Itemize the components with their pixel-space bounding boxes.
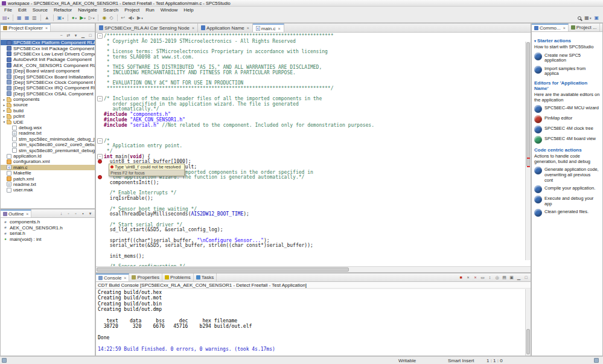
view-menu-icon[interactable]: ▾ (87, 210, 94, 217)
minimize-icon[interactable]: ▁ (515, 274, 522, 281)
tree-item-spc58ecxx-init-package-component-rla[interactable]: SPC58ECxx Init Package Component RLA (1, 45, 95, 51)
statusbar-right-icon[interactable] (594, 358, 599, 363)
new-wizard-icon[interactable]: ▤▾ (1, 14, 10, 22)
display-selected-console-icon[interactable]: ▤ (501, 274, 508, 281)
tab-outline[interactable]: Outline × (1, 209, 31, 217)
tree-item-dep-spc58ecxx-osal-component-rla[interactable]: [Dep] SPC58ECxx OSAL Component RLA (1, 91, 95, 97)
scroll-lock-icon[interactable]: ↕ (487, 274, 493, 281)
toggle-mark-occurrences-icon[interactable]: ◇ (108, 14, 114, 22)
remove-all-launches-icon[interactable]: × (472, 274, 479, 281)
save-all-icon[interactable]: ▦ (24, 14, 31, 22)
action-import-samples-from-applica[interactable]: Import samples from applica (534, 66, 600, 77)
hide-non-public-icon[interactable]: • (80, 210, 86, 217)
run-icon[interactable]: ▶▾ (78, 14, 87, 22)
menu-window[interactable]: Window (158, 7, 180, 13)
external-tools-icon[interactable]: ▷▾ (88, 14, 96, 22)
tree-item-autodevkit-init-package-component[interactable]: AutoDevKit Init Package Component (1, 57, 95, 62)
save-icon[interactable]: ▦ (16, 14, 23, 22)
tree-item-patch-xml[interactable]: patch.xml (1, 176, 95, 181)
print-icon[interactable]: ▥ (31, 14, 38, 22)
tree-item-configuration-xml[interactable]: configuration.xml (1, 159, 95, 164)
close-icon[interactable]: × (247, 26, 249, 30)
hide-fields-icon[interactable]: ◦ (65, 210, 72, 217)
tree-item-dep-spc58ecxx-clock-component-rla[interactable]: [Dep] SPC58ECxx Clock Component RLA (1, 80, 95, 85)
editor-tab-main-c[interactable]: main.c× (253, 24, 284, 32)
view-menu-icon[interactable]: ▾ (72, 32, 79, 39)
action-spc58ec-4m-board-view[interactable]: SPC58EC 4M board view (534, 136, 600, 144)
editor-vertical-scrollbar[interactable] (525, 42, 531, 260)
close-icon[interactable]: × (278, 27, 280, 31)
forward-icon[interactable]: ▶▾ (136, 14, 144, 22)
open-console-icon[interactable]: ▣ (508, 274, 515, 281)
menu-file[interactable]: File (1, 7, 15, 13)
action-generate-application-code-overwriting-all-previo[interactable]: Generate application code, overwriting a… (534, 167, 600, 183)
tree-item-dep-spc58ecxx-board-initialization-com[interactable]: [Dep] SPC58ECxx Board Initialization Com (1, 74, 95, 79)
tree-item-dep-board-wizard-component[interactable]: [Dep] Board wizard component (1, 68, 95, 74)
build-all-icon[interactable]: ▲ (43, 14, 51, 22)
tree-item-source[interactable]: ▸source (1, 102, 95, 107)
section-heading[interactable]: Editors for 'Application Name' (534, 80, 600, 91)
open-perspective-icon[interactable]: ▦▾ (583, 14, 592, 22)
close-icon[interactable]: × (26, 212, 28, 216)
tree-item-main-c[interactable]: main.c (1, 165, 95, 170)
menu-refactor[interactable]: Refactor (51, 7, 75, 13)
tree-item-readme-txt[interactable]: readme.txt (1, 130, 95, 136)
tree-item-components[interactable]: ▸components (1, 97, 95, 102)
tree-item-dep-spc58ecxx-irq-component-rla[interactable]: [Dep] SPC58ECxx IRQ Component RLA (1, 85, 95, 91)
menu-search[interactable]: Search (100, 7, 121, 13)
section-heading[interactable]: ▾Starter actions (534, 38, 600, 43)
tree-item-ude[interactable]: ▾UDE (1, 119, 95, 124)
error-marker-icon[interactable] (96, 159, 104, 164)
menu-source[interactable]: Source (30, 7, 51, 13)
action-spc58ec-4m-mcu-wizard[interactable]: SPC58EC-4M MCU wizard (534, 105, 600, 113)
action-clean-generated-files[interactable]: Clean generated files. (534, 209, 600, 217)
statusbar-left-icon[interactable] (2, 358, 7, 363)
tab-properties[interactable]: Properties (129, 273, 162, 281)
menu-run[interactable]: Run (142, 7, 158, 13)
menu-project[interactable]: Project (121, 7, 142, 13)
terminate-icon[interactable]: ■ (458, 274, 464, 281)
tree-item-build[interactable]: ▸build (1, 108, 95, 113)
code-editor[interactable]: /***************************************… (96, 33, 531, 266)
sort-icon[interactable]: ↓ (58, 210, 65, 217)
tree-item-user-mak[interactable]: user.mak (1, 187, 95, 193)
tab-project[interactable]: Project ... (569, 24, 600, 31)
fold-marker-icon[interactable] (96, 138, 104, 144)
quick-access-search-icon[interactable] (576, 14, 582, 22)
tree-item-spc58ecxx-low-level-drivers-component[interactable]: SPC58ECxx Low Level Drivers Component (1, 51, 95, 57)
tab-problems[interactable]: Problems (162, 273, 194, 281)
tree-item-makefile[interactable]: Makefile (1, 170, 95, 176)
fold-marker-icon[interactable] (96, 96, 104, 101)
menu-edit[interactable]: Edit (15, 7, 30, 13)
tab-commo[interactable]: Commo...× (532, 24, 569, 31)
scrollbar-thumb[interactable] (526, 329, 530, 354)
error-annotation-mark[interactable] (527, 158, 530, 159)
tree-item-debug-wsx[interactable]: debug.wsx (1, 125, 95, 130)
action-spc58ec-4m-clock-tree[interactable]: SPC58EC 4M clock tree (534, 126, 600, 133)
tree-item-application-ld[interactable]: application.ld (1, 153, 95, 159)
editor-horizontal-scrollbar[interactable] (96, 266, 531, 272)
remove-launch-icon[interactable]: × (465, 274, 471, 281)
tab-console[interactable]: Console× (96, 273, 129, 281)
action-execute-and-debug-your-app[interactable]: Execute and debug your app (534, 196, 600, 206)
search-flashlight-icon[interactable]: ◉ (101, 14, 107, 22)
error-marker-icon[interactable] (96, 175, 104, 179)
action-compile-your-application[interactable]: Compile your application. (534, 185, 600, 193)
tree-item-spc58ecxx-platform-component-rla[interactable]: SPC58ECxx Platform Component RLA (1, 40, 95, 45)
fold-marker-icon[interactable] (96, 33, 104, 39)
back-icon[interactable]: ◀▾ (127, 14, 135, 22)
close-icon[interactable]: × (124, 276, 126, 280)
console-scrollbar[interactable] (525, 289, 531, 356)
fold-marker-icon[interactable] (96, 154, 104, 159)
maximize-icon[interactable]: □ (87, 32, 94, 39)
menu-navigate[interactable]: Navigate (75, 7, 100, 13)
editor-tab-spc58ecxx-rla-ai-car-sensing-node[interactable]: SPC58ECxx_RLA AI Car Sensing Node× (96, 24, 198, 32)
close-icon[interactable]: × (563, 26, 566, 30)
outline-item-serial-h[interactable]: #serial.h (1, 231, 95, 237)
link-editor-icon[interactable]: ⇄ (65, 32, 72, 39)
close-icon[interactable]: × (45, 26, 48, 30)
code-area[interactable]: /***************************************… (96, 33, 525, 266)
outline-item-components-h[interactable]: #components.h (1, 219, 95, 225)
scrollbar-thumb[interactable] (526, 42, 530, 167)
clear-console-icon[interactable]: ▭ (479, 274, 486, 281)
